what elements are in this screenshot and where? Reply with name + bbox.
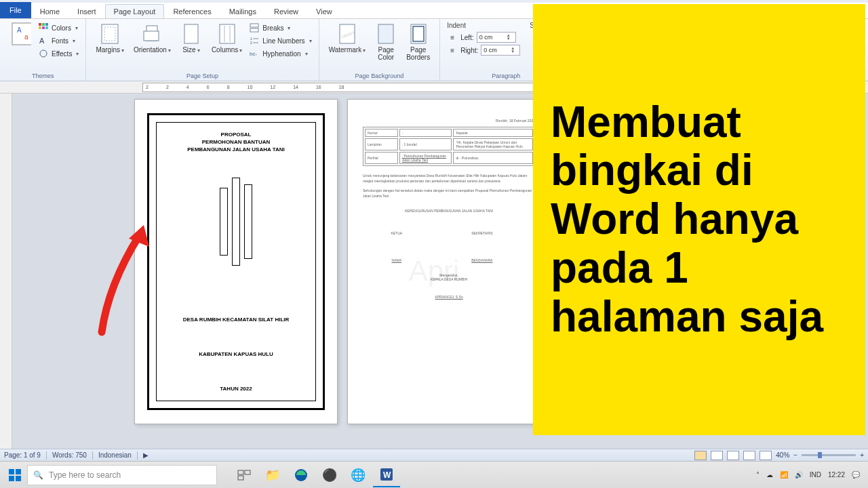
breaks-icon (249, 22, 260, 33)
svg-rect-5 (45, 23, 48, 26)
columns-button[interactable]: Columns▾ (209, 22, 245, 56)
indent-title: Indent (447, 22, 520, 29)
vertical-ruler[interactable] (0, 94, 12, 449)
svg-rect-33 (9, 476, 14, 481)
search-icon: 🔍 (33, 470, 43, 480)
page-color-button[interactable]: Page Color (372, 22, 399, 62)
tray-notifications-icon[interactable]: 💬 (852, 471, 860, 479)
orientation-button[interactable]: Orientation▾ (131, 22, 174, 56)
breaks-button[interactable]: Breaks▾ (249, 22, 311, 34)
task-view-button[interactable] (231, 463, 258, 487)
group-page-background: DRAFTWatermark▾ Page Color Page Borders … (319, 19, 441, 81)
tab-view[interactable]: View (307, 4, 341, 18)
page-color-icon (375, 23, 397, 45)
status-bar: Page: 1 of 9 Words: 750 Indonesian ▶ 40%… (0, 449, 868, 461)
size-button[interactable]: Size▾ (178, 22, 205, 56)
taskbar-app-explorer[interactable]: 📁 (259, 463, 286, 487)
taskbar-app-browser[interactable]: 🌐 (344, 463, 372, 487)
group-label-page-bg: Page Background (326, 73, 433, 79)
effects-button[interactable]: Effects▾ (38, 47, 79, 60)
svg-text:W: W (383, 470, 391, 480)
svg-rect-14 (144, 31, 159, 41)
svg-text:A: A (39, 37, 45, 45)
file-tab[interactable]: File (0, 2, 31, 18)
svg-rect-19 (250, 24, 258, 27)
margins-icon (99, 23, 121, 45)
tab-insert[interactable]: Insert (68, 4, 105, 18)
view-outline-button[interactable] (743, 451, 755, 460)
zoom-slider[interactable] (802, 454, 856, 456)
status-language[interactable]: Indonesian (98, 451, 132, 459)
svg-rect-36 (245, 470, 250, 474)
tray-chevron-icon[interactable]: ˄ (756, 471, 760, 479)
tab-home[interactable]: Home (31, 4, 68, 18)
tab-review[interactable]: Review (265, 4, 307, 18)
watermark-icon: DRAFT (336, 23, 358, 45)
indent-right: ≡Right:0 cm▲▼ (447, 44, 520, 56)
view-draft-button[interactable] (760, 451, 772, 460)
tab-page-layout[interactable]: Page Layout (105, 4, 165, 18)
effects-icon (38, 48, 49, 59)
tray-wifi-icon[interactable]: 📶 (780, 471, 788, 479)
zoom-in-button[interactable]: + (860, 451, 864, 459)
status-words[interactable]: Words: 750 (52, 451, 87, 459)
page-1[interactable]: PROPOSAL PERMOHONAN BANTUAN PEMBANGUNAN … (134, 99, 338, 424)
doc-title-1: PROPOSAL (221, 131, 252, 138)
taskbar-app-obs[interactable]: ⚫ (316, 463, 343, 487)
taskbar-app-word[interactable]: W (373, 463, 400, 487)
page-borders-icon (408, 23, 429, 45)
svg-text:A: A (17, 26, 22, 34)
colors-button[interactable]: Colors▾ (38, 22, 79, 34)
themes-button[interactable]: Aa (7, 22, 34, 46)
doc-footer-2: KABUPATEN KAPUAS HULU (199, 350, 273, 358)
svg-rect-37 (238, 476, 243, 480)
tray-language[interactable]: IND (810, 471, 821, 479)
view-reading-button[interactable] (711, 451, 723, 460)
watermark-button[interactable]: DRAFTWatermark▾ (326, 22, 369, 56)
indent-left: ≡Left:0 cm▲▼ (447, 31, 520, 43)
doc-footer-3: TAHUN 2022 (220, 385, 252, 392)
tray-clock[interactable]: 12:22 (828, 471, 845, 479)
taskbar-search[interactable]: 🔍 Type here to search (27, 465, 217, 485)
view-web-button[interactable] (727, 451, 739, 460)
svg-text:2: 2 (250, 41, 252, 45)
doc-footer-1: DESA RUMBIH KECAMATAN SILAT HILIR (183, 316, 290, 323)
svg-rect-16 (220, 24, 235, 43)
system-tray: ˄ ☁ 📶 🔊 IND 12:22 💬 (756, 471, 865, 479)
tray-volume-icon[interactable]: 🔊 (795, 471, 803, 479)
doc-title-3: PEMBANGUNAN JALAN USAHA TANI (187, 146, 285, 153)
orientation-icon (141, 23, 163, 45)
overlay-caption: Membuat bingkai di Word hanya pada 1 hal… (533, 4, 865, 435)
start-button[interactable] (3, 463, 27, 487)
zoom-level[interactable]: 40% (776, 451, 789, 459)
svg-point-10 (40, 50, 47, 57)
indent-left-icon: ≡ (447, 32, 458, 43)
status-page[interactable]: Page: 1 of 9 (4, 451, 41, 459)
svg-rect-28 (378, 24, 393, 43)
colors-icon (38, 22, 49, 33)
windows-taskbar: 🔍 Type here to search 📁 ⚫ 🌐 W ˄ ☁ 📶 🔊 IN… (0, 461, 868, 488)
svg-rect-20 (250, 28, 258, 32)
page-2[interactable]: Rumbih, 18 Februari 2022 Nomor:KepadaLam… (347, 99, 551, 424)
status-macro-icon[interactable]: ▶ (143, 451, 149, 459)
taskbar-app-edge[interactable] (288, 463, 315, 487)
margins-button[interactable]: Margins▾ (93, 22, 127, 56)
zoom-out-button[interactable]: − (793, 451, 797, 459)
tab-references[interactable]: References (164, 4, 220, 18)
tab-mailings[interactable]: Mailings (220, 4, 265, 18)
page-borders-button[interactable]: Page Borders (403, 22, 433, 62)
group-themes: Aa Colors▾ AFonts▾ Effects▾ Themes (0, 19, 86, 81)
group-label-page-setup: Page Setup (93, 73, 311, 79)
doc-title-2: PERMOHONAN BANTUAN (202, 138, 270, 146)
hyphenation-button[interactable]: bc-Hyphenation▾ (249, 47, 311, 60)
indent-right-input[interactable]: 0 cm▲▼ (481, 45, 520, 56)
size-icon (180, 23, 202, 45)
svg-text:a: a (24, 33, 28, 41)
fonts-button[interactable]: AFonts▾ (38, 35, 79, 47)
tray-onedrive-icon[interactable]: ☁ (766, 471, 773, 479)
columns-icon (216, 23, 238, 45)
group-label-themes: Themes (7, 73, 79, 79)
indent-left-input[interactable]: 0 cm▲▼ (477, 32, 516, 43)
line-numbers-button[interactable]: 12Line Numbers▾ (249, 35, 311, 47)
view-print-layout-button[interactable] (694, 451, 707, 460)
